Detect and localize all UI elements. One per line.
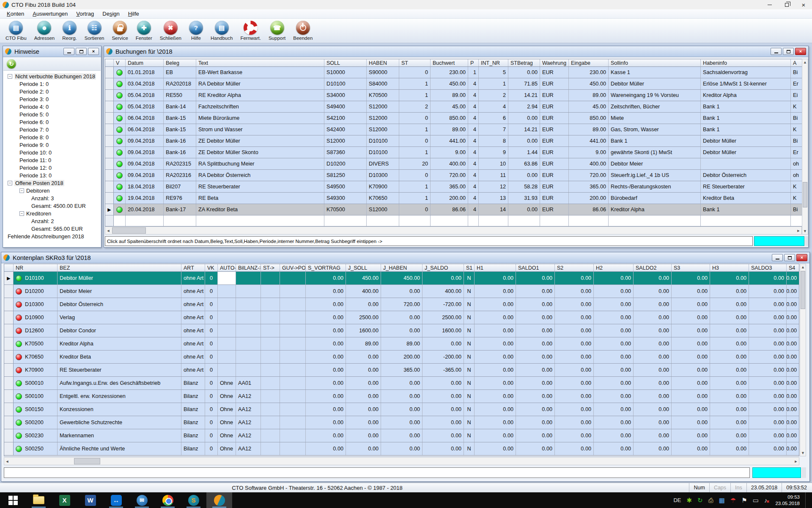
table-row[interactable]: S00250Ähnliche Rechte und WerteBilanz0Oh… xyxy=(4,442,799,456)
column-header-st[interactable]: ST xyxy=(399,59,431,66)
column-header-art[interactable]: ART xyxy=(181,264,205,271)
toolbar-button-hilfe[interactable]: ?Hilfe xyxy=(185,20,207,41)
column-header-saldo3[interactable]: SALDO3 xyxy=(749,264,787,271)
table-row[interactable]: S00200Gewerbliche SchutzrechteBilanz0Ohn… xyxy=(4,416,799,429)
network-icon[interactable]: ▭ xyxy=(753,497,759,503)
column-header-nr[interactable]: NR xyxy=(14,264,58,271)
column-header-a[interactable]: A xyxy=(791,59,802,66)
table-row[interactable]: 05.04.2018Bank-14FachzeitschriftenS49400… xyxy=(105,101,802,113)
column-header-h3[interactable]: H3 xyxy=(710,264,749,271)
column-header-sollinfo[interactable]: Sollinfo xyxy=(609,59,701,66)
tree-item-periode-10-0[interactable]: Periode 10: 0 xyxy=(3,149,101,156)
toolbar-button-reorg[interactable]: ℹReorg. xyxy=(58,20,81,41)
table-row[interactable]: 09.04.2018RA202316RA Debitor ÖsterreichS… xyxy=(105,170,802,181)
column-header-s-vortrag[interactable]: S_VORTRAG xyxy=(306,264,346,271)
column-header-h2[interactable]: H2 xyxy=(594,264,634,271)
toolbar-button-sortieren[interactable]: ☷Sortieren xyxy=(81,20,108,41)
sync-icon[interactable]: ↻ xyxy=(697,497,703,503)
taskbar-app-teamviewer[interactable]: ↔ xyxy=(103,492,129,508)
column-header-j-haben[interactable]: J_HABEN xyxy=(381,264,422,271)
restore-button[interactable] xyxy=(778,0,795,9)
tree-item-offene-posten-2018[interactable]: −Offene Posten 2018 xyxy=(3,179,101,187)
volume-muted-icon[interactable]: ♪ xyxy=(764,497,768,503)
column-header-saldo1[interactable]: SALDO1 xyxy=(516,264,555,271)
column-header-s1[interactable]: S1 xyxy=(464,264,475,271)
column-header-datum[interactable]: Datum xyxy=(126,59,164,66)
table-row[interactable]: 06.04.2018Bank-15Miete BüroräumeS42100S1… xyxy=(105,113,802,124)
table-row[interactable]: D10300Debitor Österreichohne Art00.000.0… xyxy=(4,298,799,311)
menu-vortrag[interactable]: Vortrag xyxy=(72,10,98,18)
kontenplan-titlebar[interactable]: Kontenplan SKRo3 für \2018 × xyxy=(1,252,809,263)
taskbar-app-excel[interactable]: X xyxy=(52,492,77,508)
buchungen-vscrollbar[interactable]: ▲ ▼ xyxy=(802,59,808,235)
column-header-blank[interactable] xyxy=(4,264,14,271)
column-header-buchwert[interactable]: Buchwert xyxy=(431,59,468,66)
menu-konten[interactable]: Konten xyxy=(3,10,28,18)
column-header-soll[interactable]: SOLL xyxy=(324,59,367,66)
column-header-int-nr[interactable]: INT_NR xyxy=(479,59,508,66)
buchungen-search-box[interactable] xyxy=(754,236,804,246)
column-header-stbetrag[interactable]: STBetrag xyxy=(508,59,540,66)
table-row[interactable]: 06.04.2018Bank-15Strom und WasserS42400S… xyxy=(105,124,802,135)
table-row[interactable]: D10900Verlagohne Art00.002500.000.002500… xyxy=(4,311,799,324)
buchungen-close-button[interactable]: × xyxy=(795,48,806,55)
taskbar-app-chrome[interactable] xyxy=(155,492,181,508)
hinweise-close-button[interactable]: × xyxy=(88,48,99,55)
table-row[interactable]: K70900RE Steuerberaterohne Art00.000.003… xyxy=(4,364,799,377)
toolbar-button-adressen[interactable]: ☻Adressen xyxy=(30,20,59,41)
taskbar-app-cto-tools[interactable]: S xyxy=(181,492,206,508)
menu-hilfe[interactable]: Hilfe xyxy=(124,10,143,18)
tree-item-gesamt-565-00-eur[interactable]: Gesamt: 565.00 EUR xyxy=(3,225,101,232)
table-row[interactable]: ▶20.04.2018Bank-17ZA Kreditor BetaK70500… xyxy=(105,204,802,215)
column-header-habeninfo[interactable]: Habeninfo xyxy=(701,59,791,66)
kontenplan-maximize-button[interactable] xyxy=(784,254,795,261)
tree-item-periode-13-0[interactable]: Periode 13: 0 xyxy=(3,171,101,179)
kontenplan-close-button[interactable]: × xyxy=(796,254,807,261)
column-header-eingabe[interactable]: Eingabe xyxy=(569,59,609,66)
table-row[interactable]: 01.01.2018EBEB-Wert BarkasseS10000S90000… xyxy=(105,67,802,78)
table-row[interactable]: S00150KonzessionenBilanz0OhneAA120.000.0… xyxy=(4,403,799,416)
column-header-billanz[interactable]: BilLANZ-> xyxy=(236,264,261,271)
tree-item-periode-1-0[interactable]: Periode 1: 0 xyxy=(3,80,101,88)
column-header-s4[interactable]: S4 xyxy=(787,264,799,271)
column-header-beleg[interactable]: Beleg xyxy=(164,59,196,66)
toolbar-button-cto-fibu[interactable]: ▤CTO Fibu xyxy=(2,20,30,41)
column-header-blank[interactable] xyxy=(105,59,114,66)
icq-icon[interactable]: ✱ xyxy=(686,497,692,503)
kontenplan-edit-box[interactable] xyxy=(4,467,750,478)
column-header-text[interactable]: Text xyxy=(196,59,324,66)
column-header-waehrung[interactable]: Waehrung xyxy=(540,59,569,66)
column-header-j-soll[interactable]: J_SOLL xyxy=(346,264,381,271)
taskbar-app-thunderbird[interactable]: ✉ xyxy=(129,492,155,508)
column-header-vk[interactable]: VK xyxy=(205,264,218,271)
table-row[interactable]: ▶D10100Debitor Müllerohne Art00.00450.00… xyxy=(4,272,799,285)
column-header-s2[interactable]: S2 xyxy=(555,264,594,271)
tree-item-debitoren[interactable]: −Debitoren xyxy=(3,187,101,194)
toolbar-button-beenden[interactable]: Beenden xyxy=(289,20,316,41)
kontenplan-hscrollbar[interactable]: ◄ ► xyxy=(4,457,799,465)
toolbar-button-handbuch[interactable]: ▤Handbuch xyxy=(207,20,236,41)
taskbar-app-cto-fibu[interactable] xyxy=(206,492,232,508)
table-row[interactable]: K70650Kreditor Betaohne Art00.000.00200.… xyxy=(4,351,799,364)
kontenplan-search-box[interactable] xyxy=(752,467,801,478)
language-indicator[interactable]: DE xyxy=(673,497,681,503)
tree-item-periode-2-0[interactable]: Periode 2: 0 xyxy=(3,88,101,95)
column-header-guv-pos[interactable]: GUV->POS xyxy=(280,264,306,271)
tree-item-anzahl-3[interactable]: Anzahl: 3 xyxy=(3,194,101,202)
table-row[interactable]: S00010Aufw.Ingangs.u.Erw. des Geschäftsb… xyxy=(4,377,799,390)
toolbar-button-schlie-en[interactable]: ✖Schließen xyxy=(156,20,185,41)
tree-item-nicht-verbuchte-buchungen-2018[interactable]: −Nicht verbuchte Buchungen 2018 xyxy=(3,72,101,80)
show-desktop-button[interactable] xyxy=(805,492,808,508)
hinweise-titlebar[interactable]: Hinweise × xyxy=(3,46,101,57)
column-header-bez[interactable]: BEZ xyxy=(58,264,181,271)
tree-item-periode-4-0[interactable]: Periode 4: 0 xyxy=(3,103,101,110)
table-row[interactable]: S00230MarkennamenBilanz0OhneAA120.000.00… xyxy=(4,429,799,442)
taskbar-app-word[interactable]: W xyxy=(77,492,103,508)
table-row[interactable]: 09.04.2018Bank-16ZE Debitor Müller Skont… xyxy=(105,147,802,158)
tree-item-periode-9-0[interactable]: Periode 9: 0 xyxy=(3,141,101,149)
toolbar-button-support[interactable]: ☎Support xyxy=(265,20,289,41)
table-row[interactable]: K70500Kreditor Alphaohne Art00.0089.0089… xyxy=(4,337,799,351)
table-row[interactable]: D12600Debitor Condorohne Art00.001600.00… xyxy=(4,324,799,337)
toolbar-button-fernwart[interactable]: Fernwart. xyxy=(236,20,265,41)
tree-item-periode-12-0[interactable]: Periode 12: 0 xyxy=(3,164,101,171)
